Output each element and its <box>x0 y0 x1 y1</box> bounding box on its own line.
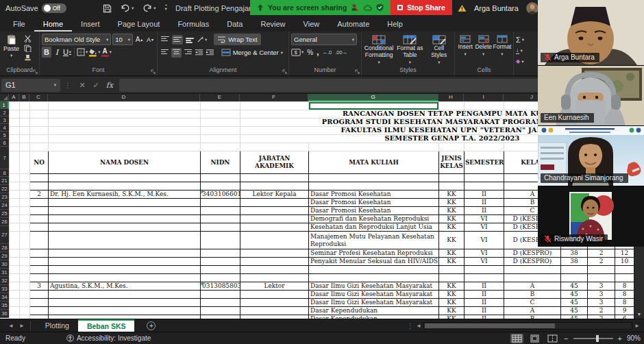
cell-m-r31[interactable] <box>615 274 634 282</box>
cell-mk-r29[interactable]: Penyakit Menular Seksual dan HIV/AIDS <box>309 258 439 266</box>
orientation-button[interactable]: ▾ <box>197 34 207 45</box>
cell[interactable] <box>10 215 20 223</box>
cell-jenis-r32[interactable]: KK <box>439 282 465 291</box>
row-header-28[interactable]: 28 <box>0 244 9 252</box>
cell-nama-r29[interactable] <box>49 258 201 266</box>
cell[interactable] <box>10 258 20 266</box>
page-break-view-button[interactable] <box>546 334 559 343</box>
zoom-in-button[interactable]: + <box>618 334 622 343</box>
undo-button[interactable]: ▾ <box>121 4 134 12</box>
cell-sem-r23[interactable]: II <box>465 199 504 207</box>
align-middle-button[interactable] <box>172 35 183 45</box>
cell-jab-r24[interactable] <box>240 207 309 215</box>
cell-jab-r34[interactable] <box>240 299 309 307</box>
cell-l-r31[interactable] <box>588 274 615 282</box>
cell-mk-r26[interactable]: Kesehatan dan Reproduksi Lanjut Usia <box>309 223 439 232</box>
cell-sem-r32[interactable]: II <box>465 282 504 291</box>
cell[interactable] <box>10 282 20 291</box>
cell[interactable] <box>49 102 201 110</box>
cell-k-r31[interactable] <box>561 274 588 282</box>
zoom-slider[interactable] <box>573 338 613 339</box>
cell-jenis-r27[interactable]: KK <box>439 232 465 249</box>
cell-mk-r28[interactable]: Seminar Profesi Kesehatan Reproduksi <box>309 249 439 258</box>
tab-page-layout[interactable]: Page Layout <box>109 16 169 32</box>
cell-no-r27[interactable] <box>30 232 49 249</box>
cell-sem-r24[interactable]: II <box>465 207 504 215</box>
cut-icon[interactable] <box>24 35 32 42</box>
cell[interactable] <box>20 232 30 249</box>
percent-style-button[interactable]: % <box>307 49 313 56</box>
cell[interactable] <box>20 249 30 258</box>
cell-mk-r32[interactable]: Dasar Ilmu Gizi Kesehatan Masyarakat <box>309 282 439 291</box>
cell-jenis-r26[interactable]: KK <box>439 223 465 232</box>
cell-kelas-r32[interactable]: A <box>504 282 561 291</box>
cell-nama-r27[interactable] <box>49 232 201 249</box>
cell[interactable] <box>201 102 240 110</box>
cell-no-r28[interactable] <box>30 249 49 258</box>
cell[interactable] <box>20 258 30 266</box>
row-header-23[interactable]: 23 <box>0 193 9 201</box>
cell-jenis-r23[interactable]: KK <box>439 199 465 207</box>
cell[interactable] <box>30 102 49 110</box>
cell-nidn-r23[interactable] <box>201 199 240 207</box>
cell[interactable] <box>10 307 20 315</box>
cell-m-r35[interactable]: 9 <box>615 307 634 315</box>
cell[interactable] <box>20 299 30 307</box>
column-header-E[interactable]: E <box>200 94 240 101</box>
customize-quick-access-button[interactable]: ▾ <box>165 5 167 12</box>
row-header-2[interactable]: 2 <box>0 109 9 116</box>
cell[interactable] <box>240 102 309 110</box>
borders-button[interactable]: ▾ <box>77 47 88 58</box>
cell[interactable] <box>20 274 30 282</box>
column-header-D[interactable]: D <box>48 94 200 101</box>
cell[interactable] <box>20 282 30 291</box>
align-left-button[interactable] <box>160 48 170 58</box>
row-header-30[interactable]: 30 <box>0 260 9 269</box>
cell[interactable] <box>10 102 20 110</box>
cell-mk-r35[interactable]: Dasar Kependudukan <box>309 307 439 315</box>
cell[interactable] <box>20 191 30 199</box>
zoom-slider-thumb[interactable] <box>596 335 599 342</box>
cell-l-r32[interactable]: 3 <box>588 282 615 291</box>
cell-nama-r30[interactable] <box>49 266 201 274</box>
autosum-button[interactable]: Σ▾ <box>516 34 539 45</box>
cell-sem-r21[interactable] <box>465 182 504 191</box>
tab-automate[interactable]: Automate <box>328 16 378 32</box>
tab-formulas[interactable]: Formulas <box>169 16 218 32</box>
video-tile-riswandy-wasir[interactable]: Riswandy Wasir <box>538 186 644 247</box>
hscroll-left-icon[interactable]: ◄ <box>416 323 421 329</box>
cell-jenis-r28[interactable]: KK <box>439 249 465 258</box>
column-header-B[interactable]: B <box>19 94 29 101</box>
cell[interactable] <box>10 291 20 299</box>
tab-home[interactable]: Home <box>34 16 72 32</box>
cell-jenis-r22[interactable]: KK <box>439 191 465 199</box>
row-header-8[interactable]: 8 <box>0 169 9 177</box>
paste-button[interactable]: Paste▾ <box>2 34 21 66</box>
row-header-3[interactable]: 3 <box>0 116 9 124</box>
accessibility-status[interactable]: Accessibility: Investigate <box>66 334 151 342</box>
alignment-launcher-icon[interactable] <box>282 69 287 74</box>
save-button[interactable] <box>103 4 112 13</box>
cell-l-r33[interactable]: 3 <box>588 291 615 299</box>
cell-jab-r30[interactable] <box>240 266 309 274</box>
cell[interactable] <box>20 266 30 274</box>
cell-sem-r35[interactable]: II <box>465 307 504 315</box>
clipboard-launcher-icon[interactable] <box>33 69 38 74</box>
cell-jab-r35[interactable] <box>240 307 309 315</box>
cell-mk-r33[interactable]: Dasar Ilmu Gizi Kesehatan Masyarakat <box>309 291 439 299</box>
insert-function-button[interactable]: fx <box>103 81 116 90</box>
cell-l-r34[interactable]: 3 <box>588 299 615 307</box>
cell-mk-r24[interactable]: Dasar Promosi Kesehatan <box>309 207 439 215</box>
cell-nama-r28[interactable] <box>49 249 201 258</box>
cell-nidn-r34[interactable] <box>201 299 240 307</box>
cell-no-r8[interactable] <box>30 174 49 182</box>
cell-kelas-r28[interactable]: D (KESPRO) <box>504 249 561 258</box>
row-header-4[interactable]: 4 <box>0 124 9 132</box>
cell-m-r30[interactable] <box>615 266 634 274</box>
cell[interactable] <box>10 274 20 282</box>
cell-l-r28[interactable]: 2 <box>588 249 615 258</box>
cell-jenis-r25[interactable]: KK <box>439 215 465 223</box>
redo-button[interactable]: ▾ <box>143 4 156 12</box>
cell[interactable] <box>10 249 20 258</box>
cell-nama-r31[interactable] <box>49 274 201 282</box>
